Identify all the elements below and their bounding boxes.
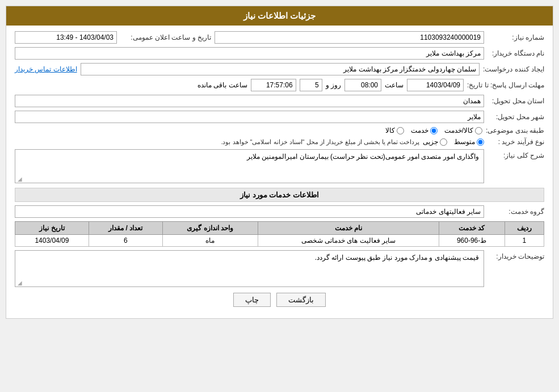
table-row: 1 ط-96-960 سایر فعالیت های خدماتی شخصی م…	[15, 235, 544, 247]
category-radio-group: کالا/خدمت خدمت کالا	[385, 127, 482, 134]
main-container: جزئیات اطلاعات نیاز شماره نیاز: 11030932…	[6, 6, 553, 319]
purchase-option-motavaset: متوسط	[454, 138, 484, 146]
purchase-label-jozi: جزیی	[423, 138, 438, 146]
need-desc-box: واگذاری امور متصدی امور عمومی(تحت نظر حر…	[15, 149, 484, 183]
category-label: طبقه بندی موضوعی:	[486, 127, 544, 134]
services-section-title: اطلاعات خدمات مورد نیاز	[15, 188, 544, 202]
buyer-org-value: مرکز بهداشت ملایر	[15, 47, 484, 60]
deadline-days: 5	[300, 79, 322, 91]
deadline-label: مهلت ارسال پاسخ: تا تاریخ:	[467, 81, 544, 89]
need-desc-label: شرح کلی نیاز:	[487, 149, 544, 159]
announce-label: تاریخ و ساعت اعلان عمومی:	[120, 33, 211, 41]
category-radio-khedmat[interactable]	[430, 127, 438, 134]
purchase-radio-motavaset[interactable]	[477, 138, 484, 146]
resize-handle-icon: ◢	[16, 176, 22, 182]
buttons-row: بازگشت چاپ	[15, 293, 544, 313]
buyer-org-label: نام دستگاه خریدار:	[487, 49, 544, 57]
col-service-code: کد خدمت	[439, 222, 505, 235]
buyer-notes-row: توضیحات خریدار: قیمت پیشنهادی و مدارک مو…	[15, 250, 544, 287]
cell-unit: ماه	[162, 235, 258, 247]
need-number-value: 1103093240000019	[215, 31, 484, 44]
buyer-notes-label: توضیحات خریدار:	[487, 250, 544, 260]
cell-row-num: 1	[505, 235, 544, 247]
purchase-label-motavaset: متوسط	[454, 138, 475, 146]
need-number-label: شماره نیاز:	[487, 33, 544, 41]
need-desc-row: شرح کلی نیاز: واگذاری امور متصدی امور عم…	[15, 149, 544, 183]
content-area: شماره نیاز: 1103093240000019 تاریخ و ساع…	[6, 26, 553, 318]
col-quantity: تعداد / مقدار	[89, 222, 162, 235]
purchase-type-row: نوع فرآیند خرید : متوسط جزیی پرداخت تمام…	[15, 138, 544, 146]
purchase-type-label: نوع فرآیند خرید :	[487, 138, 544, 146]
table-header: ردیف کد خدمت نام خدمت واحد اندازه گیری ت…	[15, 222, 544, 235]
services-table-section: ردیف کد خدمت نام خدمت واحد اندازه گیری ت…	[15, 221, 544, 247]
page-header: جزئیات اطلاعات نیاز	[6, 6, 553, 26]
creator-value: سلمان چهاردولی خدمتگزار مرکز بهداشت ملای…	[81, 63, 480, 75]
table-body: 1 ط-96-960 سایر فعالیت های خدماتی شخصی م…	[15, 235, 544, 247]
col-unit: واحد اندازه گیری	[162, 222, 258, 235]
category-option-kala: کالا	[385, 127, 404, 134]
col-service-name: نام خدمت	[258, 222, 439, 235]
service-group-label: گروه خدمت:	[487, 208, 544, 216]
purchase-option-jozi: جزیی	[423, 138, 447, 146]
col-row-num: ردیف	[505, 222, 544, 235]
province-row: استان محل تحویل: همدان	[15, 95, 544, 107]
deadline-date: 1403/04/09	[407, 79, 464, 91]
purchase-type-radio-group: متوسط جزیی	[423, 138, 484, 146]
print-button[interactable]: چاپ	[233, 293, 271, 307]
resize-handle-icon-2: ◢	[16, 280, 22, 285]
purchase-radio-jozi[interactable]	[440, 138, 447, 146]
deadline-time-label: ساعت	[385, 81, 404, 89]
cell-service-name: سایر فعالیت های خدماتی شخصی	[258, 235, 439, 247]
category-radio-kala[interactable]	[397, 127, 404, 134]
services-table: ردیف کد خدمت نام خدمت واحد اندازه گیری ت…	[15, 221, 544, 247]
need-desc-value: واگذاری امور متصدی امور عمومی(تحت نظر حر…	[247, 153, 479, 161]
province-label: استان محل تحویل:	[487, 97, 544, 105]
purchase-note: پرداخت تمام یا بخشی از مبلغ خریدار از مح…	[221, 138, 419, 146]
need-number-row: شماره نیاز: 1103093240000019 تاریخ و ساع…	[15, 31, 544, 44]
cell-quantity: 6	[89, 235, 162, 247]
category-option-kala-khedmat: کالا/خدمت	[444, 127, 482, 134]
category-label-kala-khedmat: کالا/خدمت	[444, 127, 473, 134]
cell-service-code: ط-96-960	[439, 235, 505, 247]
col-date: تاریخ نیاز	[15, 222, 89, 235]
category-label-khedmat: خدمت	[411, 127, 428, 134]
category-option-khedmat: خدمت	[411, 127, 438, 134]
deadline-days-label: روز و	[326, 81, 341, 89]
category-label-kala: کالا	[385, 127, 395, 134]
buyer-notes-box: قیمت پیشنهادی و مدارک مورد نیاز طبق پیوس…	[15, 250, 484, 287]
back-button[interactable]: بازگشت	[276, 293, 326, 307]
city-row: شهر محل تحویل: ملایر	[15, 111, 544, 123]
creator-row: ایجاد کننده درخواست: سلمان چهاردولی خدمت…	[15, 63, 544, 75]
cell-date: 1403/04/09	[15, 235, 89, 247]
service-group-value: سایر فعالیتهای خدماتی	[15, 205, 484, 218]
creator-label: ایجاد کننده درخواست:	[483, 65, 544, 73]
city-label: شهر محل تحویل:	[487, 113, 544, 121]
deadline-remaining: 17:57:06	[251, 79, 296, 91]
deadline-row: مهلت ارسال پاسخ: تا تاریخ: 1403/04/09 سا…	[15, 79, 544, 91]
deadline-time: 08:00	[344, 79, 381, 91]
city-value: ملایر	[15, 111, 484, 123]
buyer-notes-value: قیمت پیشنهادی و مدارک مورد نیاز طبق پیوس…	[315, 254, 479, 262]
service-group-row: گروه خدمت: سایر فعالیتهای خدماتی	[15, 205, 544, 218]
category-radio-kala-khedmat[interactable]	[475, 127, 482, 134]
deadline-remaining-label: ساعت باقی مانده	[197, 81, 247, 89]
creator-link[interactable]: اطلاعات تماس خریدار	[15, 65, 77, 73]
buyer-org-row: نام دستگاه خریدار: مرکز بهداشت ملایر	[15, 47, 544, 60]
announce-value: 1403/04/03 - 13:49	[15, 31, 117, 44]
page-title: جزئیات اطلاعات نیاز	[243, 11, 316, 20]
category-row: طبقه بندی موضوعی: کالا/خدمت خدمت کالا	[15, 127, 544, 134]
province-value: همدان	[15, 95, 484, 107]
